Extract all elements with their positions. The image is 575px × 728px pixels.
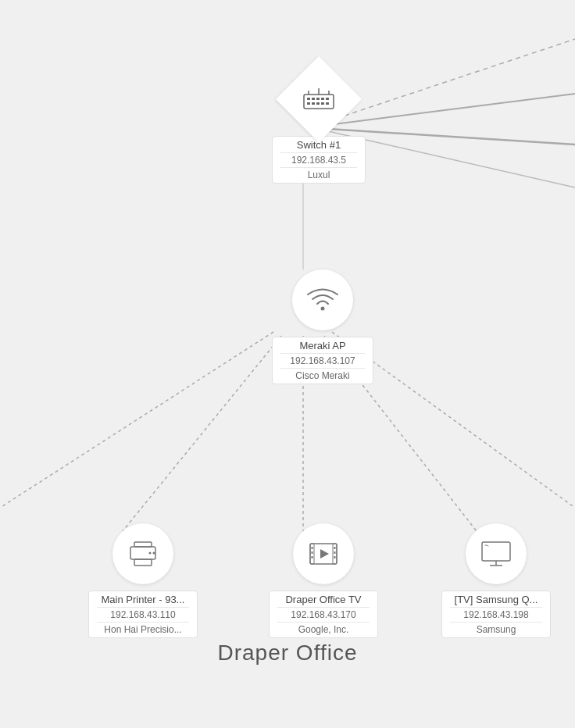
svg-rect-15	[326, 98, 329, 100]
samsung-tv-ip: 192.168.43.198	[450, 607, 542, 620]
draper-tv-vendor: Google, Inc.	[277, 622, 370, 635]
svg-rect-13	[316, 98, 320, 100]
svg-rect-34	[312, 551, 313, 554]
svg-rect-25	[134, 542, 152, 547]
svg-rect-10	[304, 95, 334, 109]
printer-icon-circle	[112, 523, 173, 584]
ap-ip: 192.168.43.107	[280, 353, 365, 366]
switch-svg-icon	[302, 87, 336, 112]
draper-tv-icon-circle	[293, 523, 354, 584]
svg-rect-35	[312, 556, 313, 558]
svg-rect-19	[321, 102, 324, 105]
samsung-tv-name: [TV] Samsung Q...	[450, 594, 542, 605]
location-label: Draper Office	[218, 641, 358, 666]
draper-tv-node[interactable]: Draper Office TV 192.168.43.170 Google, …	[269, 523, 378, 638]
svg-rect-17	[312, 102, 315, 105]
svg-line-8	[0, 332, 273, 508]
svg-rect-38	[334, 556, 336, 558]
switch-vendor: Luxul	[280, 167, 357, 180]
ap-info-box: Meraki AP 192.168.43.107 Cisco Meraki	[272, 337, 373, 384]
ap-name: Meraki AP	[280, 340, 365, 352]
svg-rect-27	[134, 559, 152, 566]
samsung-tv-icon-circle	[466, 523, 527, 584]
svg-point-28	[149, 552, 152, 555]
svg-marker-39	[320, 549, 329, 558]
svg-rect-11	[307, 98, 310, 100]
ap-vendor: Cisco Meraki	[280, 368, 365, 381]
printer-ip: 192.168.43.110	[97, 607, 189, 620]
svg-rect-36	[334, 547, 336, 549]
svg-rect-16	[307, 102, 310, 105]
printer-name: Main Printer - 93...	[97, 594, 189, 605]
svg-rect-26	[130, 547, 155, 559]
samsung-tv-node[interactable]: [TV] Samsung Q... 192.168.43.198 Samsung	[441, 523, 551, 638]
samsung-tv-vendor: Samsung	[450, 622, 542, 635]
draper-tv-ip: 192.168.43.170	[277, 607, 370, 620]
svg-rect-14	[321, 98, 324, 100]
printer-svg-icon	[127, 539, 159, 569]
wifi-svg-icon	[305, 285, 340, 315]
switch-icon-diamond	[276, 56, 362, 142]
switch-ip: 192.168.43.5	[280, 152, 357, 166]
printer-info-box: Main Printer - 93... 192.168.43.110 Hon …	[88, 591, 198, 638]
ap-icon-circle	[292, 269, 353, 330]
switch-node[interactable]: Switch #1 192.168.43.5 Luxul	[272, 69, 366, 184]
network-diagram: Switch #1 192.168.43.5 Luxul Meraki AP 1…	[0, 0, 575, 728]
svg-line-5	[123, 336, 281, 531]
svg-rect-20	[326, 102, 329, 105]
svg-rect-12	[312, 98, 315, 100]
tv-svg-icon	[479, 538, 513, 569]
svg-rect-37	[334, 551, 336, 554]
ap-node[interactable]: Meraki AP 192.168.43.107 Cisco Meraki	[272, 269, 373, 384]
svg-point-24	[321, 307, 325, 311]
switch-info-box: Switch #1 192.168.43.5 Luxul	[272, 136, 366, 184]
svg-rect-33	[312, 547, 313, 549]
svg-point-29	[153, 552, 155, 555]
samsung-tv-info-box: [TV] Samsung Q... 192.168.43.198 Samsung	[441, 591, 551, 638]
svg-rect-18	[316, 102, 320, 105]
media-svg-icon	[307, 539, 340, 569]
printer-vendor: Hon Hai Precisio...	[97, 622, 189, 635]
draper-tv-name: Draper Office TV	[277, 594, 370, 605]
draper-tv-info-box: Draper Office TV 192.168.43.170 Google, …	[269, 591, 378, 638]
printer-node[interactable]: Main Printer - 93... 192.168.43.110 Hon …	[88, 523, 198, 638]
